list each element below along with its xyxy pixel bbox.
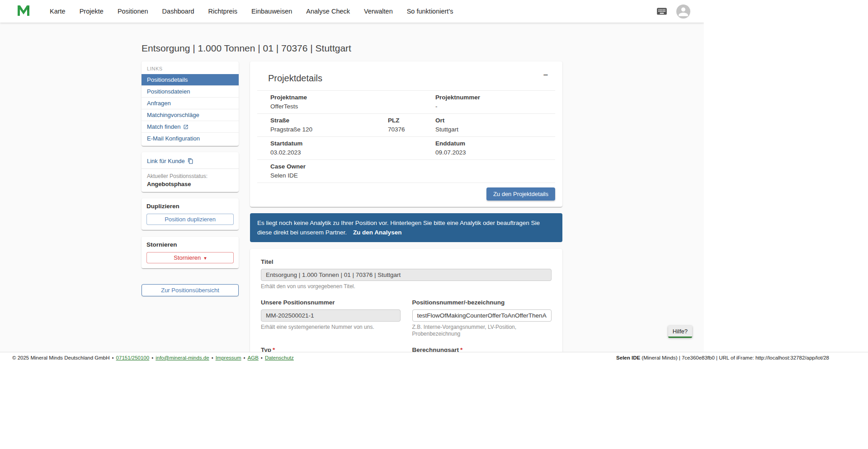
footer-copyright: © 2025 Mineral Minds Deutschland GmbH bbox=[12, 355, 110, 360]
field-group-positionsnummer: Unsere Positionsnummer Erhält eine syste… bbox=[261, 299, 401, 337]
footer-phone-link[interactable]: 07151/250100 bbox=[116, 355, 150, 360]
position-form-card: Titel Erhält den von uns vorgegebenen Ti… bbox=[250, 249, 562, 352]
titel-label: Titel bbox=[261, 258, 552, 266]
sidebar-item-match-finden[interactable]: Match finden bbox=[142, 121, 239, 132]
berechnungsart-label-text: Berechnungsart bbox=[412, 346, 459, 352]
help-button[interactable]: Hilfe? bbox=[668, 326, 692, 338]
sidebar-item-matchingvorschlaege[interactable]: Matchingvorschläge bbox=[142, 109, 239, 121]
analytics-info-banner: Es liegt noch keine Analytik zu Ihrer Po… bbox=[250, 213, 562, 242]
typ-label: Typ* bbox=[261, 346, 401, 352]
sidebar-item-positionsdateien[interactable]: Positionsdateien bbox=[142, 85, 239, 97]
footer-agb-link[interactable]: AGB bbox=[248, 355, 259, 360]
sidebar: LINKS Positionsdetails Positionsdateien … bbox=[142, 61, 239, 296]
positionsnummer-helper: Erhält eine systemgenerierte Nummer von … bbox=[261, 324, 401, 331]
nav-karte[interactable]: Karte bbox=[50, 8, 66, 15]
empty-cell bbox=[388, 140, 435, 156]
required-marker: * bbox=[273, 346, 275, 352]
nav-dashboard[interactable]: Dashboard bbox=[162, 8, 194, 15]
sidebar-item-email-konfiguration[interactable]: E-Mail Konfiguration bbox=[142, 132, 239, 144]
cancel-position-button[interactable]: Stornieren▾ bbox=[146, 252, 234, 263]
required-marker: * bbox=[460, 346, 462, 352]
project-details-button[interactable]: Zu den Projektdetails bbox=[486, 187, 555, 201]
mineral-minds-logo[interactable] bbox=[17, 4, 30, 19]
field-projektnummer: Projektnummer - bbox=[435, 94, 555, 110]
sidebar-item-anfragen[interactable]: Anfragen bbox=[142, 97, 239, 109]
field-value: - bbox=[435, 103, 555, 110]
footer-session-info: Selen IDE (Mineral Minds) | 7ce360e83fb0… bbox=[616, 355, 829, 360]
separator-bullet: • bbox=[112, 355, 114, 360]
customer-link[interactable]: Link für Kunde bbox=[142, 156, 239, 168]
duplicate-position-button[interactable]: Position duplizieren bbox=[146, 214, 234, 225]
field-group-typ: Typ* Entsorgung ▾ Wählen Sie hier die Ar… bbox=[261, 346, 401, 352]
position-overview-button[interactable]: Zur Positionsübersicht bbox=[142, 284, 239, 296]
nav-so-funktionierts[interactable]: So funktioniert's bbox=[407, 8, 453, 15]
field-label: Enddatum bbox=[435, 140, 555, 147]
cancel-title: Stornieren bbox=[146, 241, 234, 248]
table-row: Projektname OfferTests Projektnummer - bbox=[257, 90, 555, 114]
field-value: Selen IDE bbox=[270, 172, 388, 179]
separator-bullet: • bbox=[261, 355, 263, 360]
sidebar-item-label: Positionsdetails bbox=[147, 76, 188, 84]
position-status-label: Aktueller Positionsstatus: bbox=[142, 169, 239, 179]
project-details-title: Projektdetails bbox=[268, 72, 555, 84]
field-group-titel: Titel Erhält den von uns vorgegebenen Ti… bbox=[261, 258, 552, 290]
field-label: Straße bbox=[270, 117, 388, 124]
field-projektname: Projektname OfferTests bbox=[257, 94, 388, 110]
customer-link-label: Link für Kunde bbox=[147, 158, 185, 164]
field-case-owner: Case Owner Selen IDE bbox=[257, 163, 388, 179]
nav-einbauweisen[interactable]: Einbauweisen bbox=[251, 8, 292, 15]
links-card: LINKS Positionsdetails Positionsdateien … bbox=[142, 61, 239, 146]
external-link-icon bbox=[183, 124, 189, 130]
field-label: Projektname bbox=[270, 94, 388, 101]
table-row: Case Owner Selen IDE bbox=[257, 160, 555, 183]
nav-projekte[interactable]: Projekte bbox=[80, 8, 104, 15]
nav-richtpreis[interactable]: Richtpreis bbox=[208, 8, 237, 15]
collapse-icon[interactable]: − bbox=[540, 70, 551, 80]
page-main: Entsorgung | 1.000 Tonnen | 01 | 70376 |… bbox=[0, 23, 704, 352]
separator-bullet: • bbox=[244, 355, 245, 360]
footer: © 2025 Mineral Minds Deutschland GmbH • … bbox=[0, 352, 868, 363]
field-value: 03.02.2023 bbox=[270, 149, 388, 156]
project-fields-table: Projektname OfferTests Projektnummer - bbox=[257, 90, 555, 183]
content: LINKS Positionsdetails Positionsdateien … bbox=[142, 61, 704, 352]
nav-verwalten[interactable]: Verwalten bbox=[364, 8, 393, 15]
sidebar-item-label: E-Mail Konfiguration bbox=[147, 135, 200, 142]
sidebar-item-label: Positionsdateien bbox=[147, 88, 190, 95]
field-label: Projektnummer bbox=[435, 94, 555, 101]
top-navbar: Karte Projekte Positionen Dashboard Rich… bbox=[0, 0, 704, 23]
empty-cell bbox=[388, 94, 435, 110]
bezeichnung-input[interactable] bbox=[412, 309, 552, 322]
field-label: PLZ bbox=[388, 117, 435, 124]
nav-positionen[interactable]: Positionen bbox=[118, 8, 148, 15]
titel-helper: Erhält den von uns vorgegebenen Titel. bbox=[261, 283, 552, 290]
field-label: Startdatum bbox=[270, 140, 388, 147]
nav-analyse-check[interactable]: Analyse Check bbox=[306, 8, 350, 15]
field-label: Case Owner bbox=[270, 163, 388, 170]
field-value: Pragstraße 120 bbox=[270, 126, 388, 133]
footer-info: © 2025 Mineral Minds Deutschland GmbH • … bbox=[12, 355, 294, 360]
table-row: Startdatum 03.02.2023 Enddatum 09.07.202… bbox=[257, 137, 555, 160]
footer-datenschutz-link[interactable]: Datenschutz bbox=[265, 355, 294, 360]
page-title: Entsorgung | 1.000 Tonnen | 01 | 70376 |… bbox=[142, 42, 704, 54]
form-row: Typ* Entsorgung ▾ Wählen Sie hier die Ar… bbox=[261, 346, 552, 352]
banner-analyses-link[interactable]: Zu den Analysen bbox=[353, 229, 402, 236]
footer-email-link[interactable]: info@mineral-minds.de bbox=[156, 355, 209, 360]
field-enddatum: Enddatum 09.07.2023 bbox=[435, 140, 555, 156]
position-status-value: Angebotsphase bbox=[142, 179, 239, 188]
field-plz: PLZ 70376 bbox=[388, 117, 435, 133]
separator-bullet: • bbox=[212, 355, 213, 360]
links-header: LINKS bbox=[142, 64, 239, 74]
main-column: − Projektdetails Projektname OfferTests … bbox=[250, 61, 562, 352]
sidebar-item-positionsdetails[interactable]: Positionsdetails bbox=[142, 74, 239, 85]
berechnungsart-label: Berechnungsart* bbox=[412, 346, 552, 352]
positionsnummer-label: Unsere Positionsnummer bbox=[261, 299, 401, 306]
field-ort: Ort Stuttgart bbox=[435, 117, 555, 133]
footer-impressum-link[interactable]: Impressum bbox=[216, 355, 241, 360]
bezeichnung-label: Positionsnummer/-bezeichnung bbox=[412, 299, 552, 306]
field-value: 09.07.2023 bbox=[435, 149, 555, 156]
keyboard-icon[interactable] bbox=[656, 5, 668, 17]
user-avatar[interactable] bbox=[676, 5, 690, 19]
duplicate-title: Duplizieren bbox=[146, 203, 234, 210]
empty-cell bbox=[388, 163, 435, 179]
sidebar-item-label: Matchingvorschläge bbox=[147, 111, 199, 119]
